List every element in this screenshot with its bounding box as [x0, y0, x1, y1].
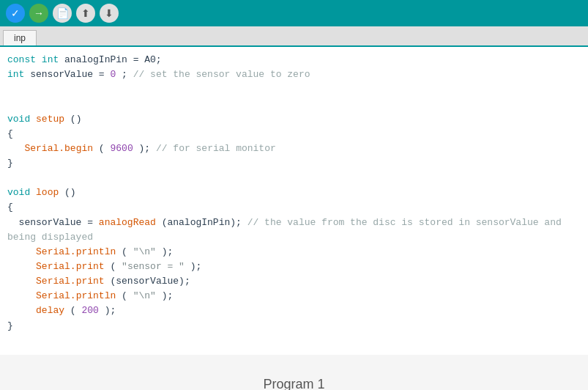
str-2: "sensor = ": [122, 261, 185, 272]
code-area: const int analogInPin = A0; int sensorVa…: [0, 47, 588, 355]
upload-button[interactable]: →: [29, 4, 48, 23]
str-1: "\n": [133, 246, 156, 257]
new-icon: 📄: [56, 7, 69, 19]
num-0: 0: [110, 69, 116, 80]
fn-serial-println-1: Serial.println: [36, 246, 116, 257]
code-line-14: Serial.print ( "sensor = " );: [7, 260, 581, 274]
code-line-4: [7, 97, 581, 111]
code-line-2: int sensorValue = 0 ; // set the sensor …: [7, 67, 581, 82]
num-200: 200: [81, 305, 98, 316]
keyword-void-1: void: [7, 114, 30, 125]
open-button[interactable]: ⬆: [76, 4, 95, 23]
tab-inp[interactable]: inp: [3, 30, 37, 45]
keyword-int-1: int: [42, 54, 59, 65]
code-line-9: [7, 171, 581, 185]
keyword-void-2: void: [7, 187, 30, 198]
fn-serial-println-2: Serial.println: [36, 290, 116, 301]
code-line-16: Serial.println ( "\n" );: [7, 289, 581, 303]
code-line-6: {: [7, 127, 581, 141]
code-line-5: void setup (): [7, 112, 581, 127]
comment-2: // for serial monitor: [156, 143, 276, 154]
fn-loop: loop: [36, 187, 59, 198]
new-button[interactable]: 📄: [53, 4, 72, 23]
code-line-11: {: [7, 200, 581, 215]
keyword-int-2: int: [7, 69, 24, 80]
code-line-12: sensorValue = analogRead (analogInPin); …: [7, 216, 581, 245]
fn-serial-print-1: Serial.print: [36, 261, 105, 272]
fn-serial-begin: Serial.begin: [24, 143, 93, 154]
code-line-15: Serial.print (sensorValue);: [7, 274, 581, 289]
upload-icon: →: [34, 7, 44, 19]
code-line-10: void loop (): [7, 185, 581, 200]
code-line-13: Serial.println ( "\n" );: [7, 245, 581, 260]
verify-button[interactable]: ✓: [6, 4, 25, 23]
save-button[interactable]: ⬇: [100, 4, 119, 23]
comment-1: // set the sensor value to zero: [133, 69, 310, 80]
str-3: "\n": [133, 290, 156, 301]
code-line-8: }: [7, 156, 581, 171]
save-icon: ⬇: [105, 7, 113, 19]
verify-icon: ✓: [11, 7, 20, 19]
fn-analogread: analogRead: [99, 217, 156, 228]
code-line-18: }: [7, 319, 581, 334]
num-9600: 9600: [110, 143, 133, 154]
fn-delay: delay: [36, 305, 64, 316]
code-line-7: Serial.begin ( 9600 ); // for serial mon…: [7, 141, 581, 156]
keyword-const: const: [7, 54, 36, 65]
program-label: Program 1: [0, 355, 588, 390]
tab-bar: inp: [0, 26, 588, 47]
code-line-3: [7, 82, 581, 97]
code-line-17: delay ( 200 );: [7, 303, 581, 318]
fn-setup: setup: [36, 114, 64, 125]
open-icon: ⬆: [81, 7, 90, 19]
toolbar: ✓ → 📄 ⬆ ⬇: [0, 0, 588, 26]
code-line-1: const int analogInPin = A0;: [7, 53, 581, 67]
fn-serial-print-2: Serial.print: [36, 276, 105, 287]
